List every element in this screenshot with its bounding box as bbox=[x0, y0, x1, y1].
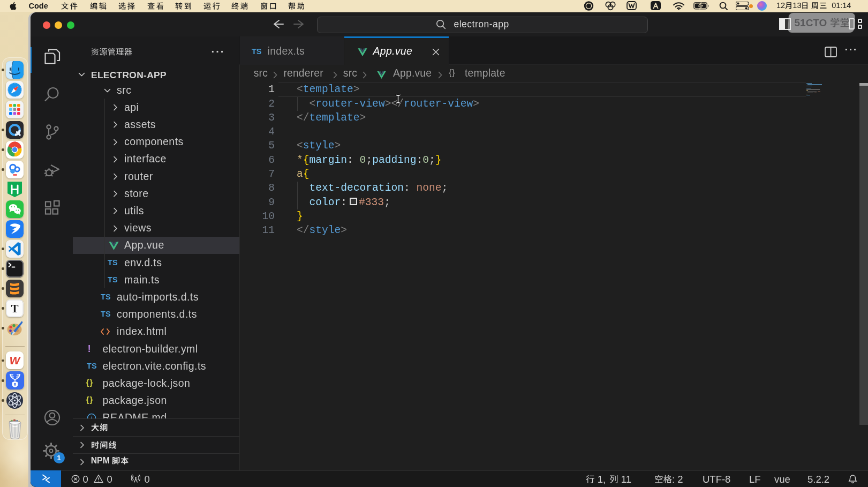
svg-text:W: W bbox=[10, 354, 21, 366]
svg-text:T: T bbox=[11, 302, 18, 314]
